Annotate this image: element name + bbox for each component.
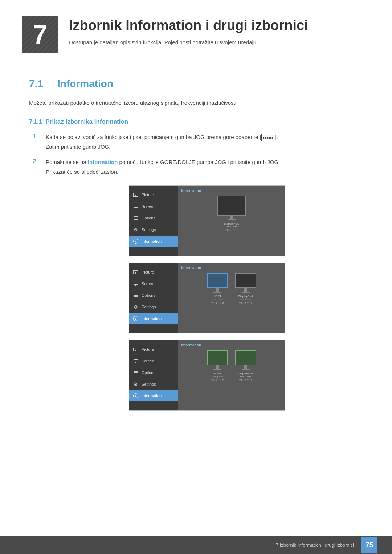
menu-screen-2: Screen — [129, 278, 178, 289]
mini-label-dp-3: DisplayPort — [238, 372, 253, 375]
options-icon-1 — [133, 215, 139, 221]
dp-monitor-2: DisplayPort **** x **** **kHz **Hz — [235, 273, 256, 304]
chapter-subtitle: Dostupan je detaljan opis svih funkcija.… — [69, 38, 370, 47]
ui-content-1: Information DisplayPort **** x **** **kH… — [178, 186, 285, 256]
screen-icon-1 — [133, 204, 139, 209]
menu-settings-label-1: Settings — [142, 227, 156, 232]
menu-screen-label-2: Screen — [142, 282, 154, 286]
chapter-title-area: Izbornik Information i drugi izbornici D… — [69, 15, 370, 46]
mini-base-hdmi-2 — [213, 292, 221, 293]
monitor-display-3: HDMI **** x **** **kHz **Hz DisplayPort … — [181, 350, 282, 382]
main-content: 7.1 Information Možete prikazati podatke… — [0, 60, 392, 432]
step-1: 1 Kada se pojavi vodič za funkcijske tip… — [33, 133, 363, 151]
mini-label-dp-2: DisplayPort — [238, 295, 253, 298]
ui-sidebar-1: Picture Screen — [129, 186, 178, 256]
menu-settings-label-3: Settings — [142, 382, 156, 386]
monitor-ui-2: Picture Screen — [129, 263, 285, 333]
menu-picture-label-3: Picture — [142, 347, 154, 352]
single-monitor-1: DisplayPort **** x **** **kHz **Hz — [217, 196, 246, 232]
info-icon-1: i — [133, 238, 139, 244]
mini-sub1-1: **** x **** — [226, 225, 237, 229]
subsection-711-header: 7.1.1 Prikaz izbornika Information — [29, 118, 363, 126]
menu-options-label-1: Options — [142, 216, 155, 220]
mini-base-hdmi-3 — [213, 369, 221, 370]
menu-information-label-1: Information — [142, 239, 162, 243]
menu-picture-2: Picture — [129, 267, 178, 278]
section-71-header: 7.1 Information — [29, 71, 363, 90]
menu-screen-label-1: Screen — [142, 204, 154, 209]
step-2: 2 Pomaknite se na Information pomoću fun… — [33, 158, 363, 176]
jog-icon: ☷☷☷ — [261, 134, 275, 141]
section-71-number: 7.1 — [29, 78, 51, 90]
screen-icon-3 — [133, 358, 139, 364]
picture-icon-1 — [133, 192, 139, 198]
steps-list: 1 Kada se pojavi vodič za funkcijske tip… — [33, 133, 363, 176]
info-icon-2: i — [133, 316, 139, 321]
section-71-title: Information — [57, 78, 113, 90]
menu-screen-label-3: Screen — [142, 359, 154, 363]
menu-options-label-2: Options — [142, 293, 155, 297]
settings-icon-1: ⚙ — [133, 227, 139, 233]
ui-content-title-1: Information — [181, 189, 282, 193]
step-1-text: Kada se pojavi vodič za funkcijske tipke… — [46, 133, 363, 151]
mini-sub2-dp-2: **kHz **Hz — [239, 301, 252, 304]
ui-content-2: Information HDMI **** x **** **kHz **Hz — [178, 263, 285, 333]
mini-sub1-hdmi-2: **** x **** — [212, 298, 223, 301]
mini-screen-dp-2 — [235, 273, 256, 288]
monitor-ui-3: Picture Screen — [129, 340, 285, 411]
monitor-display-1: DisplayPort **** x **** **kHz **Hz — [181, 196, 282, 232]
step-2-highlight: Information — [88, 159, 118, 165]
step-2-subtext: Prikazat će se sljedeći zaslon. — [46, 168, 363, 176]
menu-options-2: Options — [129, 290, 178, 301]
subsection-711-number: 7.1.1 — [29, 119, 42, 125]
mini-label-hdmi-2: HDMI — [213, 295, 221, 298]
mini-sub2-dp-3: **kHz **Hz — [239, 378, 252, 382]
mini-sub1-dp-3: **** x **** — [240, 375, 251, 378]
chapter-header: 7 Izbornik Information i drugi izbornici… — [0, 0, 392, 60]
monitor-ui-1: Picture Screen — [129, 185, 285, 256]
menu-picture-label-2: Picture — [142, 270, 154, 274]
options-icon-3 — [133, 370, 139, 376]
mini-sub1-dp-2: **** x **** — [240, 298, 251, 301]
menu-settings-1: ⚙ Settings — [129, 224, 178, 235]
screen-icon-2 — [133, 281, 139, 287]
menu-information-label-2: Information — [142, 316, 162, 321]
menu-settings-label-2: Settings — [142, 305, 156, 309]
mini-screen-dp-3 — [235, 350, 256, 365]
menu-options-1: Options — [129, 213, 178, 223]
mini-screen-hdmi-2 — [207, 273, 228, 288]
footer-text: 7 Izbornik Information i drugi izbornici — [276, 542, 354, 548]
chapter-number: 7 — [22, 16, 58, 53]
mini-base-dp-3 — [242, 369, 250, 370]
step-1-subtext: Zatim pritisnite gumb JOG. — [46, 143, 363, 151]
mini-stand-hdmi-2 — [216, 288, 219, 292]
menu-picture-1: Picture — [129, 189, 178, 200]
page-number: 75 — [361, 537, 377, 553]
mini-label-hdmi-3: HDMI — [213, 372, 221, 375]
page-footer: 7 Izbornik Information i drugi izbornici… — [0, 536, 392, 554]
menu-screen-3: Screen — [129, 356, 178, 366]
ui-content-title-3: Information — [181, 343, 282, 347]
info-icon-3: i — [133, 393, 139, 399]
step-2-number: 2 — [33, 158, 43, 165]
screen-icon-shape-1 — [133, 205, 138, 208]
ui-content-3: Information HDMI **** x **** **kHz **Hz — [178, 340, 285, 410]
mini-stand-dp-2 — [244, 288, 247, 292]
mini-sub2-hdmi-2: **kHz **Hz — [211, 301, 224, 304]
step-2-text: Pomaknite se na Information pomoću funkc… — [46, 158, 363, 176]
menu-information-3: i Information — [129, 390, 178, 401]
ui-sidebar-3: Picture Screen — [129, 340, 178, 410]
ui-content-title-2: Information — [181, 266, 282, 270]
mini-sub1-hdmi-3: **** x **** — [212, 375, 223, 378]
section-71-desc: Možete prikazati podatke o trenutačnoj i… — [29, 99, 363, 107]
hdmi-monitor-2: HDMI **** x **** **kHz **Hz — [207, 273, 228, 304]
picture-icon-2 — [133, 269, 139, 275]
mini-base-1 — [228, 219, 236, 220]
screenshots-container: Picture Screen — [51, 185, 363, 411]
settings-icon-2: ⚙ — [133, 304, 139, 310]
chapter-title: Izbornik Information i drugi izbornici — [69, 17, 370, 34]
menu-information-2: i Information — [129, 313, 178, 324]
mini-sub2-1: **kHz **Hz — [225, 229, 238, 232]
menu-screen-1: Screen — [129, 201, 178, 212]
mini-stand-hdmi-3 — [216, 365, 219, 369]
